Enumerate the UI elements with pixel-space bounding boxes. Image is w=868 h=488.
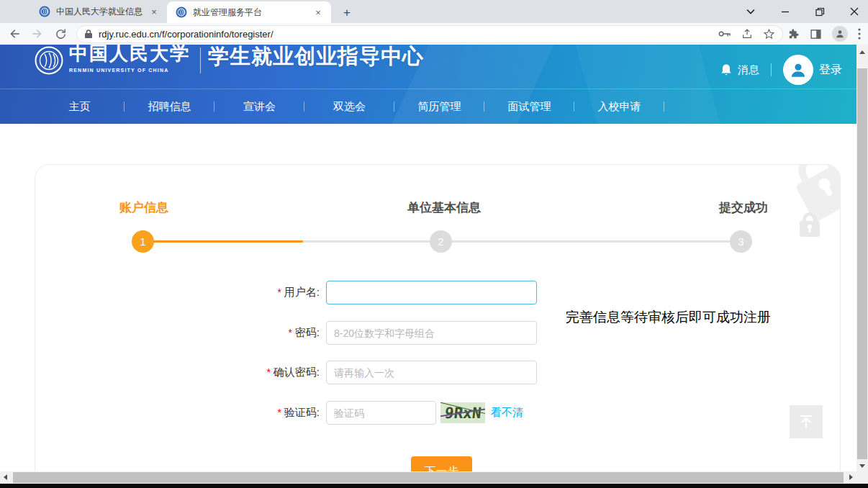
url-text[interactable]: rdjy.ruc.edu.cn/f/corporationinfo/toregi… xyxy=(99,29,718,40)
messages-label: 消息 xyxy=(738,63,759,77)
header-actions: 消息 登录 xyxy=(720,55,842,85)
next-step-button[interactable]: 下一步 xyxy=(411,456,472,471)
captcha-label: *验证码: xyxy=(35,406,320,420)
tab-search-chevron-icon[interactable] xyxy=(743,4,759,19)
back-button[interactable] xyxy=(6,25,23,42)
password-label: *密码: xyxy=(35,326,320,340)
bell-icon xyxy=(720,63,732,76)
password-key-icon[interactable] xyxy=(718,30,731,38)
bookmark-star-icon[interactable] xyxy=(763,28,775,40)
profile-avatar-icon[interactable] xyxy=(832,26,848,42)
tab-title: 就业管理服务平台 xyxy=(193,6,307,19)
nav-item-job-fairs[interactable]: 双选会 xyxy=(304,100,394,114)
scroll-left-arrow-icon[interactable] xyxy=(4,474,7,480)
brand-text: 中国人民大学 RENMIN UNIVERSITY OF CHINA xyxy=(69,45,190,73)
nav-item-resume-management[interactable]: 简历管理 xyxy=(394,100,484,114)
confirm-password-input[interactable] xyxy=(326,361,537,384)
browser-window: 中国人民大学就业信息网 × 就业管理服务平台 × + rdjy.ruc.edu.… xyxy=(0,0,868,488)
registration-card: 账户信息 单位基本信息 提交成功 1 2 3 *用户名: *密码: *确认密码: xyxy=(35,164,841,471)
main-nav: 主页 招聘信息 宣讲会 双选会 简历管理 面试管理 入校申请 xyxy=(0,89,856,124)
scroll-down-arrow-icon[interactable] xyxy=(859,464,865,468)
university-name-cn: 中国人民大学 xyxy=(69,45,190,66)
login-avatar-icon xyxy=(783,55,813,85)
ruc-seal-logo-icon xyxy=(35,46,63,75)
site-header: 中国人民大学 RENMIN UNIVERSITY OF CHINA 学生就业创业… xyxy=(0,45,856,124)
required-mark: * xyxy=(288,327,291,338)
captcha-refresh-link[interactable]: 看不清 xyxy=(491,406,523,420)
site-title: 学生就业创业指导中心 xyxy=(208,45,424,71)
username-input[interactable] xyxy=(326,281,537,304)
new-tab-button[interactable]: + xyxy=(338,4,356,22)
tab-close-icon[interactable]: × xyxy=(148,6,160,17)
back-to-top-button[interactable] xyxy=(790,405,823,438)
horizontal-scrollbar[interactable] xyxy=(0,471,856,484)
page-viewport: 中国人民大学 RENMIN UNIVERSITY OF CHINA 学生就业创业… xyxy=(0,45,856,471)
header-separator xyxy=(771,63,772,76)
messages-link[interactable]: 消息 xyxy=(720,63,759,77)
restore-button[interactable] xyxy=(812,4,828,19)
nav-item-campus-entry[interactable]: 入校申请 xyxy=(574,100,664,114)
https-lock-icon xyxy=(84,29,93,39)
tab-bar: 中国人民大学就业信息网 × 就业管理服务平台 × + xyxy=(0,0,868,23)
required-mark: * xyxy=(266,366,270,378)
tab-jobs-info-site[interactable]: 中国人民大学就业信息网 × xyxy=(30,0,167,23)
form-row-captcha: *验证码: 9RxN 看不清 xyxy=(35,401,523,425)
refresh-button[interactable] xyxy=(52,25,69,42)
nav-item-home[interactable]: 主页 xyxy=(35,100,125,114)
tab-title: 中国人民大学就业信息网 xyxy=(56,6,143,18)
ruc-favicon-icon xyxy=(176,6,187,18)
toolbar-right-icons xyxy=(787,26,861,42)
scrollbar-corner xyxy=(856,471,868,484)
forward-button[interactable] xyxy=(29,25,46,42)
decorative-lock-icon xyxy=(800,212,820,237)
username-label: *用户名: xyxy=(35,286,320,299)
tab-employment-platform[interactable]: 就业管理服务平台 × xyxy=(167,1,331,23)
form-row-password: *密码: xyxy=(35,321,537,345)
horizontal-scrollbar-thumb[interactable] xyxy=(13,472,844,483)
password-input[interactable] xyxy=(326,321,537,345)
window-controls xyxy=(743,0,862,23)
taskbar-edge xyxy=(0,484,868,488)
scroll-up-arrow-icon[interactable] xyxy=(859,50,865,54)
required-mark: * xyxy=(277,286,281,298)
nav-item-recruitment[interactable]: 招聘信息 xyxy=(125,100,214,114)
extensions-puzzle-icon[interactable] xyxy=(787,28,800,40)
captcha-input[interactable] xyxy=(326,401,436,425)
form-row-confirm-password: *确认密码: xyxy=(35,361,537,384)
step-label-submit-success: 提交成功 xyxy=(719,199,768,216)
step-label-account-info: 账户信息 xyxy=(119,199,168,216)
step-progress-fill xyxy=(143,240,303,243)
step-label-company-info: 单位基本信息 xyxy=(407,199,481,216)
scroll-right-arrow-icon[interactable] xyxy=(849,474,853,480)
captcha-image[interactable]: 9RxN xyxy=(440,402,485,423)
login-label: 登录 xyxy=(819,63,842,78)
brand[interactable]: 中国人民大学 RENMIN UNIVERSITY OF CHINA 学生就业创业… xyxy=(35,45,424,89)
registration-helper-text: 完善信息等待审核后即可成功注册 xyxy=(566,308,771,327)
form-row-username: *用户名: xyxy=(35,281,537,304)
side-panel-icon[interactable] xyxy=(810,28,822,40)
nav-item-interview-management[interactable]: 面试管理 xyxy=(484,100,574,114)
ruc-favicon-icon xyxy=(39,6,50,17)
brand-divider xyxy=(200,48,201,73)
share-icon[interactable] xyxy=(741,28,753,40)
nav-item-info-sessions[interactable]: 宣讲会 xyxy=(214,100,304,114)
step-circle-1: 1 xyxy=(132,230,154,253)
step-circle-2: 2 xyxy=(430,230,452,253)
vertical-scrollbar[interactable] xyxy=(856,45,868,471)
university-name-en: RENMIN UNIVERSITY OF CHINA xyxy=(69,68,190,73)
tab-close-icon[interactable]: × xyxy=(312,6,324,18)
address-bar[interactable]: rdjy.ruc.edu.cn/f/corporationinfo/toregi… xyxy=(76,25,783,43)
close-window-button[interactable] xyxy=(846,4,862,19)
vertical-scrollbar-thumb[interactable] xyxy=(857,68,867,459)
required-mark: * xyxy=(277,407,281,418)
arrow-to-top-icon xyxy=(797,413,815,430)
login-link[interactable]: 登录 xyxy=(783,55,842,85)
minimize-button[interactable] xyxy=(777,4,793,19)
step-circle-3: 3 xyxy=(730,230,752,253)
confirm-password-label: *确认密码: xyxy=(35,366,320,379)
browser-toolbar: rdjy.ruc.edu.cn/f/corporationinfo/toregi… xyxy=(0,23,868,45)
menu-dots-icon[interactable] xyxy=(858,28,861,40)
